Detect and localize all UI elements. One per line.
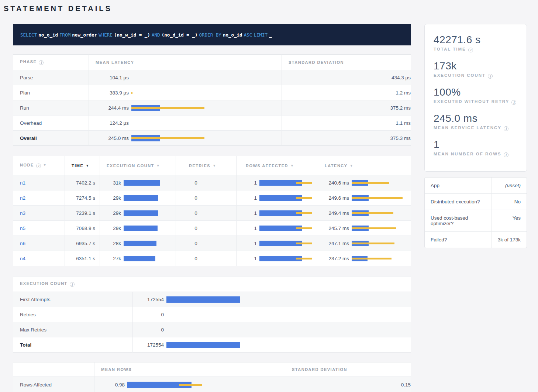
latency-column-header[interactable]: LATENCY▼ bbox=[318, 156, 411, 175]
latency-bar bbox=[131, 135, 205, 141]
table-row: First Attempts 172554 bbox=[13, 292, 411, 307]
attribute-row: Failed? 3k of 173k bbox=[425, 232, 527, 248]
exec-row-label: Max Retries bbox=[13, 322, 133, 337]
execution-count-bar bbox=[166, 342, 240, 348]
stat-value: 173k bbox=[434, 60, 518, 72]
phase-label: Overhead bbox=[13, 116, 89, 131]
attribute-value: No bbox=[492, 194, 527, 210]
exec-row-value: 0 bbox=[133, 327, 164, 333]
attribute-label: Distributed execution? bbox=[425, 194, 492, 210]
stat-value: 1 bbox=[434, 139, 518, 151]
phase-label: Plan bbox=[13, 85, 89, 100]
node-column-header[interactable]: NODEi▼ bbox=[13, 156, 65, 175]
stat-label: MEAN SERVICE LATENCYi bbox=[434, 125, 518, 131]
info-icon[interactable]: i bbox=[504, 152, 508, 157]
exec-row-label: First Attempts bbox=[13, 292, 133, 307]
stat-mean-service-latency: 245.0 ms MEAN SERVICE LATENCYi bbox=[434, 113, 518, 131]
retries-value: 0 bbox=[176, 175, 237, 190]
mean-rows-value: 0.98 bbox=[94, 382, 125, 388]
node-row: n6 6935.7 s 28k 0 1 247.1 ms bbox=[13, 236, 411, 251]
sort-caret-icon: ▼ bbox=[350, 164, 354, 168]
info-icon[interactable]: i bbox=[39, 60, 44, 65]
info-icon[interactable]: i bbox=[468, 48, 473, 52]
attribute-value: 3k of 173k bbox=[492, 232, 527, 248]
execution-count-value: 29k bbox=[100, 195, 121, 201]
time-column-header[interactable]: TIME▼ bbox=[65, 156, 100, 175]
retries-column-header[interactable]: RETRIES▼ bbox=[176, 156, 237, 175]
stat-label: MEAN NUMBER OF ROWSi bbox=[434, 152, 518, 157]
node-link[interactable]: n3 bbox=[20, 210, 25, 216]
rows-affected-bar bbox=[259, 180, 312, 186]
sql-token: no_o_id bbox=[223, 32, 242, 38]
node-row: n1 7402.2 s 31k 0 1 240.6 ms bbox=[13, 175, 411, 190]
retries-value: 0 bbox=[176, 190, 237, 206]
info-icon[interactable]: i bbox=[504, 126, 508, 131]
latency-value: 249.6 ms bbox=[318, 195, 349, 201]
info-icon[interactable]: i bbox=[70, 282, 75, 287]
execution-count-value: 29k bbox=[100, 210, 121, 216]
summary-sidebar: 42271.6 s TOTAL TIMEi 173k EXECUTION COU… bbox=[424, 24, 527, 248]
execution-count-table-header: EXECUTION COUNTi bbox=[13, 276, 411, 292]
latency-value: 249.4 ms bbox=[318, 210, 349, 216]
exec-row-value: 0 bbox=[133, 312, 164, 317]
table-row: Max Retries 0 bbox=[13, 322, 411, 337]
rows-affected-bar bbox=[259, 256, 312, 261]
table-row: Retries 0 bbox=[13, 307, 411, 322]
rows-affected-bar bbox=[259, 241, 312, 246]
rows-affected-column-header[interactable]: ROWS AFFECTED▼ bbox=[237, 156, 318, 175]
node-link[interactable]: n5 bbox=[20, 226, 25, 231]
execution-count-value: 29k bbox=[100, 226, 121, 231]
node-link[interactable]: n6 bbox=[20, 241, 25, 246]
latency-bar bbox=[131, 90, 205, 96]
table-row: Plan 383.9 µs 1.2 ms bbox=[13, 85, 411, 100]
stat-value: 100% bbox=[434, 86, 518, 98]
node-link[interactable]: n1 bbox=[20, 180, 25, 186]
latency-bar bbox=[352, 180, 403, 186]
info-icon[interactable]: i bbox=[488, 74, 493, 79]
execution-count-bar bbox=[166, 312, 240, 318]
attribute-row: Used cost-based optimizer? Yes bbox=[425, 210, 527, 232]
exec-row-label: Total bbox=[13, 337, 133, 353]
execution-count-table: EXECUTION COUNTi First Attempts 172554 R… bbox=[13, 276, 411, 353]
exec-row-label: Retries bbox=[13, 307, 133, 322]
rows-affected-value: 1 bbox=[237, 226, 257, 231]
table-row: Total 172554 bbox=[13, 337, 411, 353]
stat-label: EXECUTION COUNTi bbox=[434, 73, 518, 79]
node-row: n3 7239.1 s 29k 0 1 249.4 ms bbox=[13, 206, 411, 221]
info-icon[interactable]: i bbox=[511, 100, 516, 105]
blank-column-header bbox=[13, 362, 94, 377]
table-row: Rows Affected 0.98 0.15 bbox=[13, 377, 411, 392]
mean-latency-value: 104.1 µs bbox=[96, 75, 129, 80]
latency-bar bbox=[352, 226, 403, 231]
phase-column-header: PHASEi bbox=[13, 55, 89, 70]
latency-bar bbox=[352, 256, 403, 261]
stat-label: EXECUTED WITHOUT RETRYi bbox=[434, 99, 518, 105]
latency-value: 245.7 ms bbox=[318, 226, 349, 231]
latency-bar bbox=[352, 241, 403, 246]
info-icon[interactable]: i bbox=[36, 164, 41, 168]
execution-count-column-header[interactable]: EXECUTION COUNT▼ bbox=[100, 156, 176, 175]
latency-bar bbox=[131, 75, 205, 81]
sql-token: no_o_id bbox=[38, 32, 58, 38]
table-row: Overhead 124.2 µs 1.1 ms bbox=[13, 116, 411, 131]
node-link[interactable]: n2 bbox=[20, 195, 25, 201]
exec-row-value: 172554 bbox=[133, 297, 164, 302]
attribute-row: App (unset) bbox=[425, 178, 527, 194]
std-deviation-column-header: STANDARD DEVIATION bbox=[285, 362, 411, 377]
table-row: Parse 104.1 µs 434.3 µs bbox=[13, 70, 411, 85]
node-row: n4 6351.1 s 27k 0 1 237.2 ms bbox=[13, 251, 411, 266]
latency-bar bbox=[352, 195, 403, 201]
sql-token: ORDER BY bbox=[199, 32, 221, 38]
attribute-value: Yes bbox=[492, 210, 527, 232]
phase-label: Parse bbox=[13, 70, 89, 85]
retries-value: 0 bbox=[176, 206, 237, 221]
attribute-label: Failed? bbox=[425, 232, 492, 248]
rows-affected-bar bbox=[259, 195, 312, 201]
execution-count-bar bbox=[124, 210, 161, 216]
execution-count-bar bbox=[124, 180, 161, 186]
node-link[interactable]: n4 bbox=[20, 256, 25, 261]
attribute-row: Distributed execution? No bbox=[425, 194, 527, 210]
latency-bar bbox=[131, 120, 205, 126]
execution-count-value: 28k bbox=[100, 241, 121, 246]
attribute-value: (unset) bbox=[492, 178, 527, 194]
